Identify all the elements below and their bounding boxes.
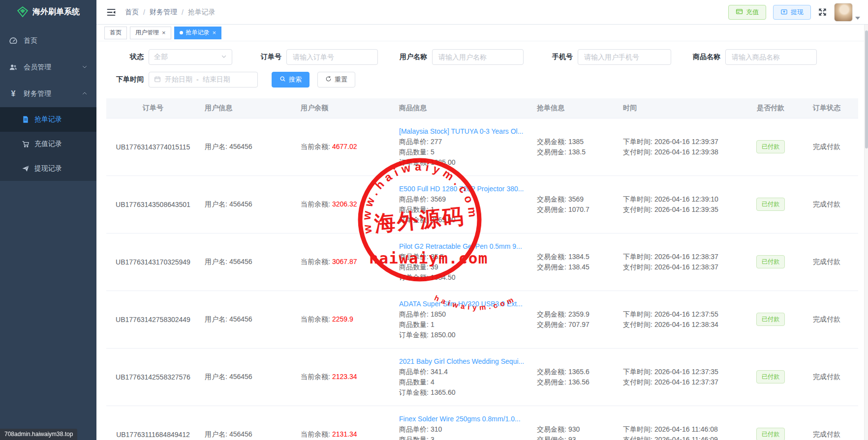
- order-time-label: 下单时间:: [623, 425, 652, 433]
- active-dot: [180, 31, 183, 34]
- status-label: 状态: [108, 53, 144, 61]
- pay-time-label: 支付时间:: [623, 321, 652, 328]
- time-cell: 下单时间:2026-04-16 12:39:37 支付时间:2026-04-16…: [618, 118, 746, 176]
- top-navbar: 首页 / 财务管理 / 抢单记录 充值 提现: [96, 0, 868, 25]
- order-time-value: 2026-04-16 11:46:08: [654, 425, 718, 433]
- pay-time-value: 2026-04-16 12:38:37: [654, 263, 718, 271]
- table-row: UB17763143508643501 用户名:456456 当前余额:3206…: [106, 176, 858, 233]
- app-title: 海外刷单系统: [32, 7, 80, 17]
- col-grab-info: 抢单信息: [532, 98, 618, 118]
- pay-time-value: 2026-04-16 11:46:09: [654, 436, 718, 440]
- sidebar-item-home[interactable]: 首页: [0, 28, 96, 54]
- product-link[interactable]: 2021 Baby Girl Clothes Wedding Sequi...: [399, 357, 524, 365]
- user-balance-cell: 当前余额:4677.02: [296, 118, 394, 176]
- quantity-label: 商品数量:: [399, 263, 429, 271]
- app-logo: 海外刷单系统: [0, 0, 96, 24]
- order-time-label: 下单时间: [108, 75, 144, 84]
- col-order-no: 订单号: [106, 98, 200, 118]
- recharge-button[interactable]: 充值: [728, 5, 766, 20]
- sidebar-item-recharge-records[interactable]: 充值记录: [0, 132, 96, 156]
- balance-label: 当前余额:: [301, 430, 330, 438]
- wallet-arrow-icon: [780, 8, 788, 17]
- avatar[interactable]: [834, 3, 853, 22]
- sidebar-item-label: 抢单记录: [34, 115, 62, 124]
- product-name-input[interactable]: [725, 49, 817, 65]
- close-icon[interactable]: ×: [162, 29, 166, 36]
- tab-label: 首页: [110, 29, 122, 37]
- tx-amount-value: 930: [568, 425, 580, 433]
- product-link[interactable]: Pilot G2 Retractable Gel Pen 0.5mm 9...: [399, 242, 522, 250]
- order-no: UB17763143170325949: [106, 233, 200, 291]
- order-amount-label: 订单金额:: [399, 273, 429, 281]
- product-info-cell: Finex Solder Wire 250gms 0.8mm/1.0... 商品…: [394, 406, 532, 440]
- tab-grab-records[interactable]: 抢单记录 ×: [174, 27, 222, 39]
- username-value: 456456: [229, 143, 252, 150]
- sidebar-item-grab-records[interactable]: 抢单记录: [0, 107, 96, 132]
- close-icon[interactable]: ×: [213, 29, 217, 36]
- pay-time-value: 2026-04-16 12:37:37: [654, 378, 718, 386]
- pay-time-label: 支付时间:: [623, 378, 652, 386]
- paid-cell: 已付款: [746, 118, 795, 176]
- chevron-up-icon: [82, 90, 88, 98]
- user-info-cell: 用户名:456456: [200, 291, 296, 348]
- navbar-actions: 充值 提现: [728, 3, 860, 22]
- order-status-text: 完成付款: [813, 200, 840, 208]
- reset-button[interactable]: 重置: [317, 72, 355, 88]
- status-select[interactable]: 全部: [149, 49, 232, 65]
- product-name-label: 商品名称: [685, 53, 720, 61]
- product-link[interactable]: ADATA Super Slim HV320 USB3.0 Ext...: [399, 300, 523, 308]
- status-url-tooltip: 708admin.haiwaiym38.top: [0, 429, 77, 440]
- search-button[interactable]: 搜索: [272, 72, 310, 88]
- sidebar-collapse-icon[interactable]: [104, 5, 118, 19]
- grab-info-cell: 交易金额:1385 交易佣金:138.5: [532, 118, 618, 176]
- scrollbar-thumb[interactable]: [865, 30, 868, 148]
- document-icon: [22, 116, 30, 123]
- withdraw-button[interactable]: 提现: [773, 5, 811, 20]
- tab-home[interactable]: 首页: [104, 27, 127, 39]
- sidebar-item-label: 首页: [24, 36, 37, 45]
- balance-value: 3067.87: [332, 258, 357, 265]
- col-order-status: 订单状态: [795, 98, 858, 118]
- tabbar: 首页 用户管理 × 抢单记录 ×: [96, 25, 868, 41]
- grab-info-cell: 交易金额:1365.6 交易佣金:136.56: [532, 348, 618, 406]
- phone-label: 手机号: [537, 53, 573, 61]
- user-name-input[interactable]: [432, 49, 524, 65]
- paid-badge: 已付款: [756, 428, 785, 440]
- balance-label: 当前余额:: [301, 373, 330, 381]
- user-balance-cell: 当前余额:2259.9: [296, 291, 394, 348]
- tab-user-management[interactable]: 用户管理 ×: [130, 27, 171, 39]
- sidebar-item-label: 财务管理: [24, 89, 51, 98]
- user-info-cell: 用户名:456456: [200, 348, 296, 406]
- order-no: UB17763143508643501: [106, 176, 200, 233]
- order-status-text: 完成付款: [813, 430, 840, 438]
- product-link[interactable]: E500 Full HD 1280 720P Projector 380...: [399, 185, 524, 193]
- calendar-icon: [154, 76, 161, 84]
- commission-label: 交易佣金:: [537, 263, 566, 271]
- sidebar-item-members[interactable]: 会员管理: [0, 54, 96, 81]
- unit-price-value: 310: [431, 425, 442, 433]
- user-balance-cell: 当前余额:2131.34: [296, 406, 394, 440]
- user-menu[interactable]: [834, 3, 860, 22]
- vertical-scrollbar[interactable]: [864, 25, 868, 440]
- breadcrumb-home[interactable]: 首页: [125, 8, 139, 17]
- phone-input[interactable]: [578, 49, 671, 65]
- product-link[interactable]: [Malaysia Stock] TUTUYA 0-3 Years Ol...: [399, 127, 523, 135]
- tab-label: 用户管理: [135, 29, 159, 37]
- commission-label: 交易佣金:: [537, 321, 566, 328]
- breadcrumb-finance[interactable]: 财务管理: [150, 8, 177, 17]
- order-no-input[interactable]: [286, 49, 378, 65]
- commission-value: 138.45: [568, 263, 589, 271]
- sidebar-menu: 首页 会员管理 ¥ 财务管理 抢单记录: [0, 24, 96, 181]
- quantity-value: 4: [431, 378, 434, 386]
- table-row: UB17763143170325949 用户名:456456 当前余额:3067…: [106, 233, 858, 291]
- grab-info-cell: 交易金额:930 交易佣金:93: [532, 406, 618, 440]
- paid-badge: 已付款: [756, 370, 785, 383]
- sidebar-item-withdraw-records[interactable]: 提现记录: [0, 156, 96, 181]
- tx-amount-label: 交易金额:: [537, 138, 566, 146]
- pay-time-value: 2026-04-16 12:39:35: [654, 205, 718, 213]
- date-range-picker[interactable]: 开始日期 - 结束日期: [149, 72, 258, 88]
- product-link[interactable]: Finex Solder Wire 250gms 0.8mm/1.0...: [399, 415, 521, 423]
- sidebar-item-finance[interactable]: ¥ 财务管理: [0, 81, 96, 107]
- order-status-text: 完成付款: [813, 315, 840, 323]
- fullscreen-icon[interactable]: [818, 7, 827, 17]
